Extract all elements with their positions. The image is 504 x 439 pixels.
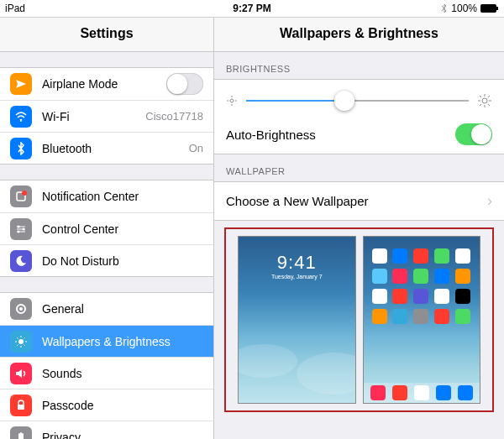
brightness-slider[interactable]: [246, 100, 469, 102]
sidebar-group-network: Airplane Mode Wi-Fi Cisco17718 Bluetooth…: [0, 67, 213, 165]
detail-pane: Wallpapers & Brightness BRIGHTNESS Auto-…: [214, 18, 504, 439]
dnd-label: Do Not Disturb: [42, 254, 203, 268]
sidebar-item-notification[interactable]: Notification Center: [0, 180, 213, 212]
passcode-label: Passcode: [42, 399, 203, 412]
chevron-right-icon: ›: [487, 192, 492, 210]
bluetooth-label: Bluetooth: [42, 142, 189, 155]
wallpaper-section-label: WALLPAPER: [214, 154, 504, 181]
svg-point-4: [22, 191, 27, 196]
svg-point-10: [18, 339, 24, 344]
sidebar-item-passcode[interactable]: Passcode: [0, 389, 213, 421]
home-screen-preview[interactable]: [363, 236, 481, 404]
svg-point-25: [482, 98, 487, 103]
bluetooth-icon: [10, 138, 32, 159]
privacy-label: Privacy: [42, 431, 203, 440]
notification-icon: [10, 186, 32, 207]
wifi-label: Wi-Fi: [42, 110, 145, 123]
airplane-icon: [10, 73, 32, 95]
clock: 9:27 PM: [0, 3, 504, 14]
notification-label: Notification Center: [42, 190, 203, 203]
general-label: General: [42, 302, 203, 316]
svg-line-15: [17, 337, 18, 339]
sidebar: Settings Airplane Mode Wi-Fi Cisco17718: [0, 18, 214, 439]
brightness-icon: [10, 331, 32, 353]
wifi-icon: [10, 106, 32, 128]
wallpaper-previews: 9:41 Tuesday, January 7: [224, 227, 494, 412]
svg-point-9: [19, 307, 23, 311]
sidebar-item-airplane[interactable]: Airplane Mode: [0, 68, 213, 100]
brightness-high-icon: [477, 93, 492, 108]
sidebar-item-general[interactable]: General: [0, 293, 213, 325]
moon-icon: [10, 250, 32, 272]
control-icon: [10, 218, 32, 240]
sidebar-item-sounds[interactable]: Sounds: [0, 357, 213, 389]
svg-line-30: [480, 96, 481, 97]
svg-line-17: [17, 344, 18, 346]
sidebar-item-control[interactable]: Control Center: [0, 212, 213, 244]
airplane-switch[interactable]: [166, 73, 203, 95]
sounds-icon: [10, 363, 32, 384]
svg-point-20: [230, 99, 234, 102]
svg-line-16: [24, 344, 26, 346]
gear-icon: [10, 298, 32, 320]
hand-icon: [10, 426, 32, 440]
sidebar-group-general: General Wallpapers & Brightness Sounds P…: [0, 292, 213, 439]
lock-icon: [10, 395, 32, 416]
control-label: Control Center: [42, 222, 203, 236]
sidebar-item-wallpapers[interactable]: Wallpapers & Brightness: [0, 325, 213, 357]
app-grid: [364, 237, 480, 324]
status-bar: iPad 9:27 PM 100%: [0, 0, 504, 17]
sidebar-item-bluetooth[interactable]: Bluetooth On: [0, 132, 213, 164]
lock-date: Tuesday, January 7: [239, 274, 355, 280]
sidebar-item-dnd[interactable]: Do Not Disturb: [0, 244, 213, 276]
lock-screen-preview[interactable]: 9:41 Tuesday, January 7: [238, 236, 356, 404]
svg-line-32: [480, 104, 481, 106]
dock: [364, 383, 480, 403]
brightness-section-label: BRIGHTNESS: [214, 52, 504, 79]
sidebar-group-controls: Notification Center Control Center Do No…: [0, 180, 213, 277]
brightness-low-icon: [226, 95, 238, 107]
svg-line-33: [488, 96, 490, 97]
wallpapers-label: Wallpapers & Brightness: [42, 335, 203, 348]
choose-wallpaper-label: Choose a New Wallpaper: [226, 194, 369, 208]
svg-line-18: [24, 337, 26, 339]
svg-point-2: [20, 120, 22, 122]
wifi-value: Cisco17718: [145, 110, 203, 123]
lock-time: 9:41: [239, 252, 355, 274]
sounds-label: Sounds: [42, 367, 203, 380]
choose-wallpaper-row[interactable]: Choose a New Wallpaper ›: [214, 181, 504, 221]
svg-rect-19: [18, 405, 24, 410]
auto-brightness-switch[interactable]: [455, 123, 492, 145]
sidebar-item-wifi[interactable]: Wi-Fi Cisco17718: [0, 100, 213, 132]
detail-title: Wallpapers & Brightness: [214, 18, 504, 52]
bluetooth-value: On: [189, 142, 203, 154]
brightness-panel: Auto-Brightness: [214, 79, 504, 154]
auto-brightness-label: Auto-Brightness: [226, 128, 316, 142]
sidebar-title: Settings: [0, 18, 213, 52]
airplane-label: Airplane Mode: [42, 77, 166, 91]
sidebar-item-privacy[interactable]: Privacy: [0, 421, 213, 439]
svg-line-31: [488, 104, 490, 106]
